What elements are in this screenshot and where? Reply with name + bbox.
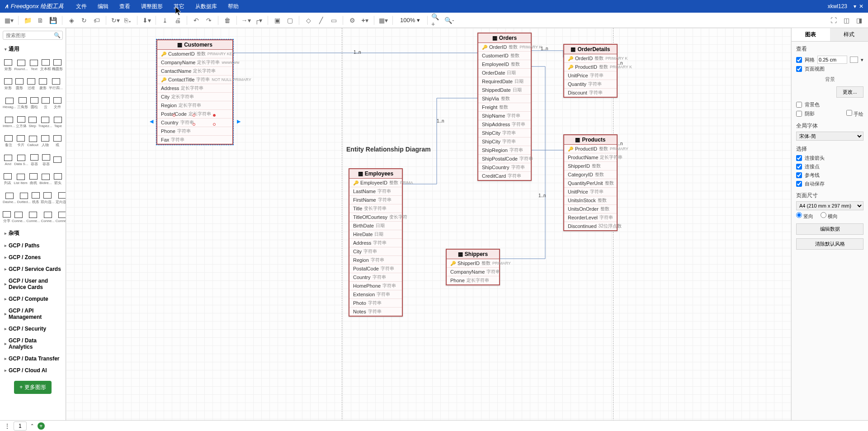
shape-palette-item[interactable]: Text: [29, 57, 39, 73]
shape-palette-item[interactable]: List Item: [14, 171, 28, 187]
entity-column[interactable]: 🔑EmployeeID 整数 PRIMA: [349, 179, 402, 187]
copy-icon[interactable]: ⎘▾: [123, 15, 133, 26]
shape-palette-item[interactable]: 备注: [3, 133, 14, 149]
entity-customers[interactable]: ▦Customers 🔑CustomerID 整数 PRIMARY KEYCom…: [156, 39, 233, 145]
entity-orderdetails[interactable]: ▦OrderDetails 🔑OrderID 整数 PRIMARY K🔑Prod…: [563, 44, 618, 98]
entity-column[interactable]: 🔑ShipperID 整数 PRIMARY: [447, 259, 499, 268]
entity-column[interactable]: Country 字符串: [157, 118, 232, 127]
entity-column[interactable]: ProductName 定长字符串: [564, 153, 617, 162]
category-item[interactable]: GCP / Data Analytics: [0, 335, 66, 353]
category-item[interactable]: GCP / Zones: [0, 251, 66, 263]
shape-palette-item[interactable]: 平行四...: [49, 76, 63, 92]
grid-checkbox[interactable]: [796, 57, 802, 63]
shape-palette-item[interactable]: 定向连...: [56, 190, 66, 206]
front-icon[interactable]: ▣: [272, 15, 283, 26]
entity-column[interactable]: Freight 整数: [478, 103, 531, 112]
arrows-checkbox[interactable]: [796, 155, 802, 161]
shape-palette-item[interactable]: Step: [28, 114, 37, 130]
entity-column[interactable]: BirthDate 日期: [349, 222, 402, 230]
entity-column[interactable]: 🔑OrderID 整数 PRIMARY K: [564, 54, 617, 63]
entity-column[interactable]: ShipAddress 字符串: [478, 120, 531, 129]
bgcolor-checkbox[interactable]: [796, 102, 802, 108]
zoom-in-icon[interactable]: 🔍+: [431, 15, 442, 26]
entity-column[interactable]: HomePhone 字符串: [349, 282, 402, 290]
entity-column[interactable]: OrderDate 日期: [478, 69, 531, 77]
download-icon[interactable]: ⬇▾: [141, 15, 152, 26]
add-icon[interactable]: +▾: [359, 15, 370, 26]
entity-column[interactable]: UnitPrice 字符串: [564, 188, 617, 196]
shape-palette-item[interactable]: Dotted...: [17, 190, 31, 206]
entity-column[interactable]: ReorderLevel 字符串: [564, 213, 617, 222]
entity-column[interactable]: ShipCity 字符串: [478, 137, 531, 146]
shape-palette-item[interactable]: 立方体: [16, 114, 27, 130]
open-icon[interactable]: 📁: [22, 15, 33, 26]
shape-palette-item[interactable]: 矩形: [3, 57, 13, 73]
menu-help[interactable]: 帮助: [222, 1, 244, 12]
category-item[interactable]: 杂项: [0, 227, 66, 240]
entity-column[interactable]: Discount 字符串: [564, 89, 617, 97]
entity-column[interactable]: CategoryID 整数: [564, 171, 617, 179]
entity-column[interactable]: 🔑CustomerID 整数 PRIMARY KEY: [157, 50, 232, 58]
delete-icon[interactable]: 🗑: [222, 15, 233, 26]
dropdown-icon[interactable]: ▾: [854, 3, 856, 9]
entity-column[interactable]: Country 字符串: [349, 273, 402, 282]
entity-column[interactable]: ShipCity 字符串: [478, 129, 531, 137]
entity-column[interactable]: Extension 字符串: [349, 290, 402, 299]
tab-style[interactable]: 样式: [830, 28, 868, 41]
entity-column[interactable]: CustomerID 整数: [478, 52, 531, 60]
entity-column[interactable]: CompanyName 定长字符串 wwwwww: [157, 58, 232, 67]
more-shapes-button[interactable]: + 更多图形: [14, 381, 51, 394]
shape-palette-item[interactable]: 曲线: [28, 171, 39, 187]
entity-column[interactable]: Address 字符串: [349, 239, 402, 247]
change-bg-button[interactable]: 更改...: [836, 86, 863, 98]
shape-palette-item[interactable]: Dashe...: [3, 190, 16, 206]
entity-column[interactable]: PostalCode 字符串: [349, 265, 402, 273]
shape-palette-item[interactable]: 三角形: [17, 95, 28, 111]
clear-style-button[interactable]: 清除默认风格: [796, 238, 863, 250]
guides-checkbox[interactable]: [796, 172, 802, 178]
entity-column[interactable]: ShipperID 整数: [564, 162, 617, 171]
back-icon[interactable]: ▢: [284, 15, 295, 26]
canvas-viewport[interactable]: ▦Customers 🔑CustomerID 整数 PRIMARY KEYCom…: [66, 28, 791, 420]
arrow-style-icon[interactable]: →▾: [241, 15, 251, 26]
entity-column[interactable]: Region 字符串: [349, 256, 402, 265]
shape-palette-item[interactable]: 箭头: [52, 171, 63, 187]
fill-icon[interactable]: ◇: [303, 15, 314, 26]
entity-column[interactable]: ShipName 字符串: [478, 112, 531, 120]
entity-column[interactable]: ShipCountry 字符串: [478, 163, 531, 172]
entity-column[interactable]: RequiredDate 日期: [478, 77, 531, 86]
pagesize-select[interactable]: A4 (210 mm x 297 mm): [796, 201, 863, 210]
shape-palette-item[interactable]: 云: [41, 95, 52, 111]
panel-right-icon[interactable]: ◨: [854, 15, 864, 26]
category-general[interactable]: 通用: [0, 43, 66, 56]
line-style-icon[interactable]: ┌▾: [253, 15, 264, 26]
menu-other[interactable]: 其它: [168, 1, 190, 12]
shape-palette-item[interactable]: Conne...: [41, 209, 55, 225]
autosave-checkbox[interactable]: [796, 181, 802, 187]
page-tab-1[interactable]: 1: [14, 422, 27, 431]
entity-column[interactable]: 🔑ProductID 整数 PRIMARY K: [564, 63, 617, 71]
shape-palette-item[interactable]: 列表: [3, 171, 13, 187]
entity-column[interactable]: UnitsOnOrder 整数: [564, 205, 617, 213]
entity-column[interactable]: Region 定长字符串: [157, 101, 232, 110]
menu-arrange[interactable]: 调整图形: [136, 1, 168, 12]
print-icon[interactable]: 🖨: [172, 15, 183, 26]
shape-palette-item[interactable]: 过程: [26, 76, 37, 92]
entity-column[interactable]: 🔑ProductID 整数 PRIMARY: [564, 145, 617, 153]
entity-column[interactable]: CreditCard 字符串: [478, 172, 531, 180]
entity-column[interactable]: 🔑ContactTitle 字符串 NOT NULL PRIMARY: [157, 76, 232, 84]
entity-column[interactable]: Notes 字符串: [349, 308, 402, 316]
category-item[interactable]: GCP / API Management: [0, 305, 66, 323]
entity-column[interactable]: Fax 字符串: [157, 136, 232, 144]
category-item[interactable]: GCP / Compute: [0, 293, 66, 305]
entity-column[interactable]: QuantityPerUnit 整数: [564, 179, 617, 188]
entity-column[interactable]: UnitPrice 字符串: [564, 71, 617, 80]
entity-column[interactable]: Phone 字符串: [157, 127, 232, 136]
portrait-radio[interactable]: [796, 212, 802, 218]
shape-palette-item[interactable]: 分享: [3, 209, 11, 225]
menu-view[interactable]: 查看: [114, 1, 136, 12]
zoom-level[interactable]: 100% ▾: [396, 17, 424, 24]
entity-column[interactable]: Phone 定长字符串: [447, 276, 499, 284]
entity-column[interactable]: LastName 字符串: [349, 187, 402, 196]
category-item[interactable]: GCP / Security: [0, 323, 66, 335]
